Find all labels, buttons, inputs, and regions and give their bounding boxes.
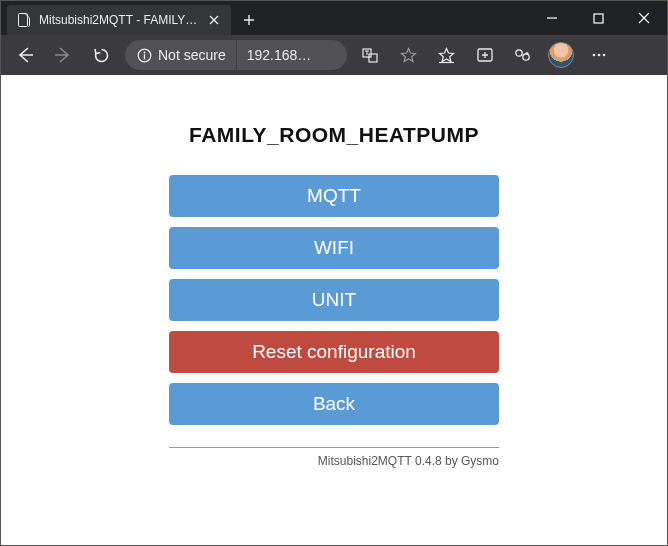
security-label: Not secure <box>158 47 226 63</box>
titlebar: Mitsubishi2MQTT - FAMILY_ROOM_HEATPUMP <box>1 1 667 35</box>
wifi-button[interactable]: WIFI <box>169 227 499 269</box>
url-display[interactable]: 192.168… <box>237 40 347 70</box>
nav-back-button[interactable] <box>7 39 43 71</box>
svg-point-9 <box>523 53 529 59</box>
new-tab-button[interactable] <box>235 6 263 34</box>
reset-configuration-button[interactable]: Reset configuration <box>169 331 499 373</box>
nav-refresh-button[interactable] <box>83 39 119 71</box>
mqtt-button[interactable]: MQTT <box>169 175 499 217</box>
tab-title: Mitsubishi2MQTT - FAMILY_ROOM_HEATPUMP <box>39 13 199 27</box>
svg-point-3 <box>144 51 146 53</box>
browser-window: Mitsubishi2MQTT - FAMILY_ROOM_HEATPUMP <box>0 0 668 546</box>
page-title: FAMILY_ROOM_HEATPUMP <box>169 123 499 147</box>
favorite-add-button[interactable] <box>391 39 427 71</box>
browser-toolbar: Not secure 192.168… <box>1 35 667 75</box>
profile-button[interactable] <box>543 39 579 71</box>
page-viewport: FAMILY_ROOM_HEATPUMP MQTT WIFI UNIT Rese… <box>1 75 667 545</box>
translate-button[interactable] <box>353 39 389 71</box>
window-minimize-button[interactable] <box>529 1 575 35</box>
unit-button[interactable]: UNIT <box>169 279 499 321</box>
favorites-button[interactable] <box>429 39 465 71</box>
svg-point-12 <box>602 54 605 57</box>
page-footer: Mitsubishi2MQTT 0.4.8 by Gysmo <box>169 454 499 468</box>
nav-forward-button[interactable] <box>45 39 81 71</box>
window-maximize-button[interactable] <box>575 1 621 35</box>
collections-button[interactable] <box>467 39 503 71</box>
config-menu: FAMILY_ROOM_HEATPUMP MQTT WIFI UNIT Rese… <box>169 123 499 545</box>
divider <box>169 447 499 448</box>
svg-point-8 <box>516 49 522 55</box>
security-indicator[interactable]: Not secure <box>125 40 237 70</box>
browser-tab[interactable]: Mitsubishi2MQTT - FAMILY_ROOM_HEATPUMP <box>7 5 231 35</box>
svg-rect-0 <box>19 14 28 27</box>
svg-rect-6 <box>369 54 377 62</box>
address-bar[interactable]: Not secure 192.168… <box>125 40 347 70</box>
window-close-button[interactable] <box>621 1 667 35</box>
back-button[interactable]: Back <box>169 383 499 425</box>
svg-rect-4 <box>144 54 145 59</box>
svg-point-11 <box>597 54 600 57</box>
menu-button[interactable] <box>581 39 617 71</box>
share-button[interactable] <box>505 39 541 71</box>
avatar <box>548 42 574 68</box>
tab-close-icon[interactable] <box>207 13 221 27</box>
svg-rect-1 <box>594 14 603 23</box>
page-icon <box>17 13 31 27</box>
window-controls <box>529 1 667 35</box>
svg-point-10 <box>592 54 595 57</box>
info-icon <box>137 48 152 63</box>
